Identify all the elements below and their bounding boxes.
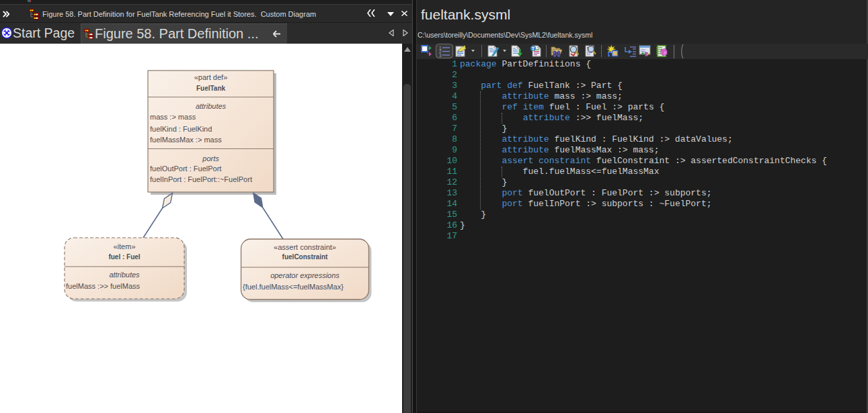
svg-text:«item»: «item»	[113, 242, 135, 250]
svg-text:«assert constraint»: «assert constraint»	[274, 243, 336, 251]
svg-text:fuel : Fuel: fuel : Fuel	[108, 253, 140, 261]
svg-text:fuelOutPort : FuelPort: fuelOutPort : FuelPort	[150, 165, 221, 173]
svg-text:fuelKind : FuelKind: fuelKind : FuelKind	[150, 125, 212, 133]
svg-text:ports: ports	[202, 154, 219, 163]
svg-text:attributes: attributes	[196, 102, 227, 110]
svg-text:fuelConstraint: fuelConstraint	[282, 253, 328, 261]
svg-text:fuelInPort : FuelPort::~FuelPo: fuelInPort : FuelPort::~FuelPort	[150, 175, 252, 183]
svg-text:FuelTank: FuelTank	[196, 85, 226, 92]
svg-text:«part def»: «part def»	[194, 73, 228, 81]
svg-text:fuelMassMax :> mass: fuelMassMax :> mass	[150, 136, 222, 144]
svg-text:attributes: attributes	[109, 271, 140, 279]
svg-text:T: T	[532, 46, 535, 51]
svg-text:fuelMass :>> fuelMass: fuelMass :>> fuelMass	[66, 282, 141, 290]
svg-text:mass :> mass: mass :> mass	[150, 113, 196, 121]
svg-text:operator expressions: operator expressions	[270, 271, 340, 279]
svg-text:3: 3	[439, 53, 442, 58]
svg-text:{fuel.fuelMass<=fuelMassMax}: {fuel.fuelMass<=fuelMassMax}	[243, 283, 344, 291]
